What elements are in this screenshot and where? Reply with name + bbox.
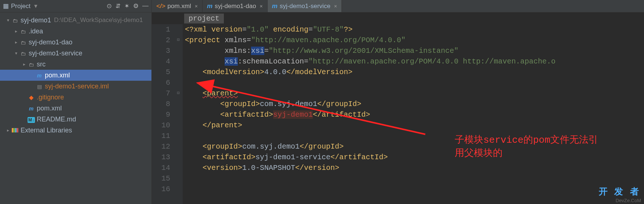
line-number[interactable]: 15 (152, 173, 170, 184)
line-number[interactable]: 14 (152, 163, 170, 173)
line-number[interactable]: 11 (152, 131, 170, 141)
tree-row-external-libraries[interactable]: External Libraries (0, 125, 151, 136)
code-line[interactable]: <version>1.0-SNAPSHOT</version> (185, 163, 644, 173)
code-line[interactable] (185, 131, 644, 141)
tab-pom-xml[interactable]: </>pom.xml× (152, 0, 203, 12)
fold-marker (174, 152, 183, 163)
folder-icon: 🗀 (19, 28, 29, 35)
maven-file-icon: m (35, 72, 45, 79)
tree-row-syj-demo1-dao[interactable]: 🗀syj-demo1-dao (0, 37, 151, 48)
tree-row-pom-xml[interactable]: mpom.xml (0, 70, 151, 81)
code-line[interactable] (185, 173, 644, 184)
code-line[interactable]: <artifactId>syj-demo1-service</artifactI… (185, 152, 644, 163)
module-folder-icon: 🗀 (11, 17, 21, 24)
tab-syj-demo1-service[interactable]: msyj-demo1-service× (268, 0, 342, 12)
fold-marker (174, 77, 183, 88)
code-line[interactable]: <modelVersion>4.0.0</modelVersion> (185, 67, 644, 77)
maven-file-icon: m (207, 3, 212, 10)
fold-gutter[interactable]: ⊟⊟ (174, 24, 183, 204)
tree-arrow-icon[interactable] (13, 51, 19, 56)
line-number[interactable]: 6 (152, 77, 170, 88)
code-line[interactable] (185, 184, 644, 194)
tree-arrow-icon[interactable] (21, 62, 27, 67)
tree-row-syj-demo1-service[interactable]: 🗀syj-demo1-service (0, 48, 151, 59)
fold-marker (174, 184, 183, 194)
line-number[interactable]: 3 (152, 45, 170, 56)
gitignore-icon: ◆ (27, 94, 37, 101)
sidebar-header: ▦ Project ▾ ⊙ ⇵ ✶ ⚙ — (0, 0, 151, 12)
code-line[interactable]: xmlns:xsi="http://www.w3.org/2001/XMLSch… (185, 45, 644, 56)
line-number[interactable]: 13 (152, 152, 170, 163)
fold-marker[interactable]: ⊟ (174, 35, 183, 45)
fold-marker[interactable]: ⊟ (174, 88, 183, 99)
breadcrumb-item[interactable]: project (184, 14, 224, 23)
project-tree[interactable]: 🗀syj-demo1D:\IDEA_WorkSpace\syj-demo1🗀.i… (0, 12, 151, 136)
code-line[interactable]: <artifactId>syj-demo1</artifactId> (185, 109, 644, 120)
code-line[interactable]: <parent> (185, 88, 644, 99)
tree-label: .gitignore (37, 94, 64, 101)
line-number[interactable]: 9 (152, 109, 170, 120)
tab-syj-demo1-dao[interactable]: msyj-demo1-dao× (203, 0, 268, 12)
watermark-url: DevZe.CoM (616, 198, 641, 203)
tree-row-src[interactable]: 🗀src (0, 59, 151, 70)
code-line[interactable] (185, 77, 644, 88)
tree-row--gitignore[interactable]: ◆.gitignore (0, 92, 151, 103)
tree-row--idea[interactable]: 🗀.idea (0, 26, 151, 37)
expand-icon[interactable]: ⇵ (115, 2, 121, 10)
code-line[interactable]: <?xml version="1.0" encoding="UTF-8"?> (185, 24, 644, 35)
line-number[interactable]: 5 (152, 67, 170, 77)
code-line[interactable]: </parent> (185, 120, 644, 131)
line-number[interactable]: 8 (152, 99, 170, 109)
line-number[interactable]: 2 (152, 35, 170, 45)
fold-marker (174, 120, 183, 131)
tree-arrow-icon[interactable] (5, 18, 11, 23)
maven-file-icon: m (272, 3, 278, 10)
code-content[interactable]: 子模块service的pom文件无法引 用父模块的 <?xml version=… (183, 24, 644, 204)
line-number[interactable]: 10 (152, 120, 170, 131)
editor-tabs: </>pom.xml×msyj-demo1-dao×msyj-demo1-ser… (152, 0, 644, 12)
code-line[interactable]: <project xmlns="http://maven.apache.org/… (185, 35, 644, 45)
module-folder-icon: 🗀 (19, 39, 29, 46)
target-icon[interactable]: ⊙ (107, 2, 112, 10)
fold-marker (174, 45, 183, 56)
fold-marker (174, 99, 183, 109)
line-gutter[interactable]: 12345678910111213141516 (152, 24, 174, 204)
tree-arrow-icon[interactable] (13, 40, 19, 45)
tab-label: syj-demo1-dao (215, 3, 256, 10)
tree-label: .idea (29, 28, 43, 35)
tree-label: syj-demo1-dao (29, 39, 72, 46)
fold-marker (174, 163, 183, 173)
tree-row-pom-xml[interactable]: mpom.xml (0, 103, 151, 114)
tree-arrow-icon[interactable] (5, 128, 11, 133)
tree-label: pom.xml (37, 105, 62, 112)
close-icon[interactable]: × (195, 3, 198, 9)
close-icon[interactable]: × (334, 3, 337, 9)
tree-path: D:\IDEA_WorkSpace\syj-demo1 (54, 17, 143, 24)
fold-marker (174, 24, 183, 35)
tree-label: pom.xml (45, 72, 70, 79)
tree-row-readme-md[interactable]: M↓README.md (0, 114, 151, 125)
tree-row-syj-demo1-service-iml[interactable]: ▤syj-demo1-service.iml (0, 81, 151, 92)
code-line[interactable]: xsi:schemaLocation="http://maven.apache.… (185, 56, 644, 67)
hide-icon[interactable]: — (142, 2, 149, 10)
line-number[interactable]: 12 (152, 141, 170, 152)
tab-label: pom.xml (168, 3, 191, 10)
collapse-icon[interactable]: ✶ (124, 2, 129, 10)
tree-row-syj-demo1[interactable]: 🗀syj-demo1D:\IDEA_WorkSpace\syj-demo1 (0, 15, 151, 26)
close-icon[interactable]: × (260, 3, 263, 9)
tree-label: External Libraries (21, 127, 72, 134)
project-tool-icon: ▦ (3, 2, 9, 10)
dropdown-icon[interactable]: ▾ (34, 2, 37, 10)
code-line[interactable]: <groupId>com.syj.demo1</groupId> (185, 99, 644, 109)
line-number[interactable]: 7 (152, 88, 170, 99)
fold-marker (174, 141, 183, 152)
sidebar-title[interactable]: Project (11, 3, 31, 10)
line-number[interactable]: 4 (152, 56, 170, 67)
line-number[interactable]: 1 (152, 24, 170, 35)
tree-arrow-icon[interactable] (13, 29, 19, 34)
maven-file-icon: m (27, 105, 37, 112)
code-line[interactable]: <groupId>com.syj.demo1</groupId> (185, 141, 644, 152)
settings-icon[interactable]: ⚙ (133, 2, 139, 10)
tree-label: syj-demo1-service.iml (45, 83, 109, 90)
line-number[interactable]: 16 (152, 184, 170, 194)
